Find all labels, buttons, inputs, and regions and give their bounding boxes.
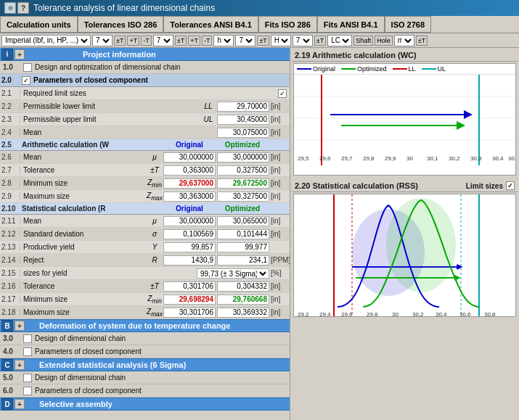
- row-27-num: 2.7: [0, 166, 20, 174]
- section-5-row[interactable]: 5.0 Design of dimensional chain: [0, 371, 290, 384]
- row-27-val2[interactable]: [217, 165, 269, 176]
- svg-text:30,8: 30,8: [484, 311, 496, 317]
- row-213-val2[interactable]: [217, 242, 269, 252]
- section-4-row[interactable]: 4.0 Parameters of closed component: [0, 345, 290, 358]
- row-215-dropdown[interactable]: 99,73 (± 3 Sigma): [197, 268, 269, 279]
- unit-system-select[interactable]: Imperial (lbf, in, HP, ...): [1, 35, 91, 46]
- row-218-val2[interactable]: [217, 308, 269, 318]
- section-2-checkbox[interactable]: ✓: [22, 76, 30, 85]
- svg-text:29,8: 29,8: [363, 155, 375, 162]
- tol-iso-btn[interactable]: Tolerances ISO 286: [78, 16, 164, 33]
- row-28-val2[interactable]: [217, 178, 269, 189]
- row-21-label: Required limit sizes: [20, 89, 278, 97]
- row-211-val2[interactable]: [217, 216, 269, 226]
- row-29-val1[interactable]: [163, 192, 216, 202]
- legend-original-label: Original: [313, 65, 335, 73]
- row-214-val2[interactable]: [217, 255, 269, 265]
- section-1-label: Design and optimization of dimensional c…: [35, 63, 181, 71]
- svg-text:30: 30: [392, 311, 399, 317]
- section-c-plus[interactable]: +: [15, 360, 25, 370]
- row-217-val2[interactable]: [217, 295, 269, 305]
- row-26-val2[interactable]: [217, 152, 269, 162]
- row-217-val1[interactable]: [163, 295, 216, 305]
- row-22-val[interactable]: [217, 102, 269, 112]
- legend-ll: LL: [393, 65, 416, 73]
- row-211-val1[interactable]: [163, 216, 216, 226]
- section-6-row[interactable]: 6.0 Parameters of closed component: [0, 384, 290, 398]
- row-23-val[interactable]: [217, 115, 269, 125]
- row-216-val2[interactable]: [217, 281, 269, 292]
- section-2-label: Parameters of closed component: [33, 76, 148, 84]
- row-218-label: Maximum size: [20, 308, 146, 316]
- row-214-val1[interactable]: [163, 255, 216, 265]
- m-select[interactable]: m: [394, 35, 414, 46]
- section-1-row[interactable]: 1.0 Design and optimization of dimension…: [0, 61, 290, 74]
- pm1-btn[interactable]: ±T: [114, 36, 126, 46]
- m1-btn[interactable]: -T: [141, 36, 152, 46]
- svg-text:29,6: 29,6: [319, 155, 331, 162]
- pm2-btn[interactable]: ±T: [175, 36, 187, 46]
- pm3-btn[interactable]: ±T: [257, 36, 269, 46]
- val7b-select[interactable]: 7: [153, 35, 173, 46]
- val7a-select[interactable]: 7: [92, 35, 113, 46]
- chart-220: 29,2 29,4 29,6 29,8 30 30,2 30,4 30,6 30…: [293, 194, 516, 317]
- legend-ul-label: UL: [438, 65, 446, 73]
- limit-sizes-checkbox[interactable]: ✓: [506, 181, 515, 190]
- col-hdr-210-optimized: Optimized: [216, 205, 269, 213]
- val7c-select[interactable]: 7: [235, 35, 256, 46]
- row-29-val2[interactable]: [217, 192, 269, 202]
- row-21-checkbox[interactable]: ✓: [278, 89, 287, 98]
- row-27-val1[interactable]: [163, 165, 216, 176]
- section-6-checkbox[interactable]: [23, 387, 32, 395]
- row-28-label: Minimum size: [20, 179, 146, 187]
- limit-sizes-label: Limit sizes: [466, 182, 503, 190]
- valH-select[interactable]: h: [213, 35, 234, 46]
- section-4-checkbox[interactable]: [23, 347, 32, 356]
- section-1-num: 1.0: [3, 63, 20, 71]
- project-plus-btn[interactable]: +: [15, 49, 25, 59]
- legend-optimized-label: Optimized: [357, 65, 387, 73]
- tol-ansi-btn[interactable]: Tolerances ANSI B4.1: [163, 16, 258, 33]
- section-b-plus[interactable]: +: [15, 321, 25, 331]
- p2-btn[interactable]: +T: [188, 36, 200, 46]
- col-hdr-optimized: Optimized: [216, 141, 269, 149]
- row-29-unit: [in]: [269, 192, 290, 200]
- calc-units-btn[interactable]: Calculation units: [0, 16, 78, 33]
- row-24-val[interactable]: [217, 128, 269, 138]
- row-216-val1[interactable]: [163, 281, 216, 292]
- val7d-select[interactable]: 7: [293, 35, 313, 46]
- row-218-val1[interactable]: [163, 308, 216, 318]
- pm5-btn[interactable]: ±T: [416, 36, 428, 46]
- fits-iso-btn[interactable]: Fits ISO 286: [258, 16, 317, 33]
- fits-ansi-btn[interactable]: Fits ANSI B4.1: [317, 16, 385, 33]
- help-icon[interactable]: ?: [17, 2, 29, 14]
- limit-sizes-toggle[interactable]: Limit sizes ✓: [466, 181, 515, 190]
- section-d-plus[interactable]: +: [15, 399, 25, 409]
- row-212-val2[interactable]: [217, 229, 269, 239]
- row-212-val1[interactable]: [163, 229, 216, 239]
- hole-btn[interactable]: Hole: [375, 36, 393, 46]
- row-213-label: Productive yield: [20, 243, 146, 251]
- valH2-select[interactable]: H: [271, 35, 291, 46]
- section-5-checkbox[interactable]: [23, 374, 32, 382]
- row-28-val1[interactable]: [163, 178, 216, 189]
- m2-btn[interactable]: -T: [202, 36, 213, 46]
- row-215: 2.15 sizes for yield 99,73 (± 3 Sigma) […: [0, 267, 290, 280]
- section-3-checkbox[interactable]: [23, 334, 32, 343]
- row-213-val1[interactable]: [163, 242, 216, 252]
- pm4-btn[interactable]: ±T: [314, 36, 326, 46]
- app-icon: ⚙: [4, 2, 16, 14]
- row-213-num: 2.13: [0, 243, 20, 251]
- section-3-row[interactable]: 3.0 Design of dimensional chain: [0, 332, 290, 345]
- row-27-sym: ±T: [146, 166, 163, 174]
- row-216: 2.16 Tolerance ±T [in]: [0, 280, 290, 293]
- section-2-header[interactable]: 2.0 ✓ Parameters of closed component: [0, 74, 290, 87]
- shaft-btn[interactable]: Shaft: [354, 36, 373, 46]
- lc3-select[interactable]: LC 3: [327, 35, 352, 46]
- section-d-title: Selective assembly: [39, 400, 113, 408]
- row-26-val1[interactable]: [163, 152, 216, 162]
- iso2768-btn[interactable]: ISO 2768: [385, 16, 431, 33]
- section-1-checkbox[interactable]: [23, 63, 32, 72]
- p1-btn[interactable]: +T: [127, 36, 139, 46]
- row-218-sym: Zmax: [146, 308, 163, 318]
